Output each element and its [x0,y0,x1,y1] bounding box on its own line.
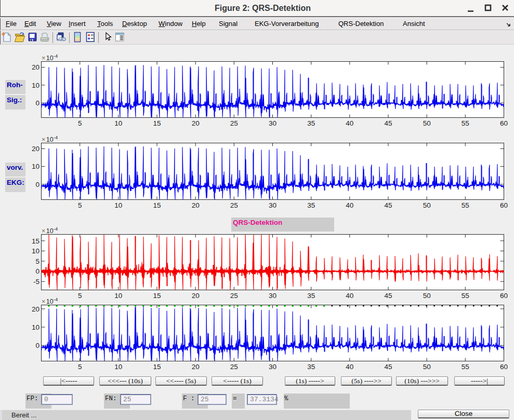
svg-text:25: 25 [230,201,238,209]
svg-text:×10-4: ×10-4 [42,296,58,306]
svg-text:40: 40 [346,119,353,127]
svg-text:-5: -5 [33,278,39,286]
svg-text:×10-4: ×10-4 [42,226,58,235]
svg-text:25: 25 [230,363,238,371]
svg-text:10: 10 [32,162,39,170]
svg-text:50: 50 [423,292,431,300]
svg-text:45: 45 [384,363,392,371]
svg-text:15: 15 [153,292,161,300]
svg-text:25: 25 [230,119,238,127]
svg-text:0: 0 [35,99,39,107]
svg-text:5: 5 [35,258,39,265]
svg-text:15: 15 [153,119,161,127]
svg-text:30: 30 [269,292,276,300]
svg-text:20: 20 [192,201,200,209]
svg-text:40: 40 [346,292,353,300]
svg-text:55: 55 [462,292,469,300]
svg-text:55: 55 [462,201,469,209]
svg-text:5: 5 [78,363,82,371]
svg-text:55: 55 [462,363,469,371]
svg-text:40: 40 [346,363,353,371]
svg-text:50: 50 [423,201,431,209]
svg-text:30: 30 [269,119,276,127]
svg-text:20: 20 [192,363,200,371]
svg-text:30: 30 [269,363,276,371]
svg-text:10: 10 [114,119,122,127]
svg-text:0: 0 [35,181,39,188]
svg-text:0: 0 [35,342,39,349]
svg-text:20: 20 [32,145,39,153]
svg-text:10: 10 [32,247,39,255]
svg-text:20: 20 [192,119,200,127]
svg-text:10: 10 [32,323,39,331]
svg-text:10: 10 [114,363,122,371]
svg-text:0: 0 [35,267,39,275]
svg-text:30: 30 [269,201,276,209]
svg-text:×10-4: ×10-4 [42,134,58,144]
svg-text:×10-4: ×10-4 [42,53,58,62]
svg-text:10: 10 [114,201,122,209]
svg-text:25: 25 [230,292,238,300]
svg-text:60: 60 [500,363,508,371]
svg-text:60: 60 [500,292,508,300]
svg-text:35: 35 [307,201,315,209]
svg-text:35: 35 [307,363,315,371]
svg-text:15: 15 [153,201,161,209]
svg-text:5: 5 [78,201,82,209]
svg-text:45: 45 [384,292,392,300]
svg-text:15: 15 [32,237,39,245]
svg-text:20: 20 [192,292,200,300]
svg-text:20: 20 [32,63,39,71]
svg-text:5: 5 [78,119,82,127]
svg-text:15: 15 [153,363,161,371]
svg-text:50: 50 [423,363,431,371]
svg-text:40: 40 [346,201,353,209]
svg-text:5: 5 [78,292,82,300]
svg-text:10: 10 [32,82,39,89]
svg-text:55: 55 [462,119,469,127]
svg-text:60: 60 [500,119,508,127]
svg-text:35: 35 [307,292,315,300]
svg-text:45: 45 [384,201,392,209]
svg-text:60: 60 [500,201,508,209]
svg-text:20: 20 [32,305,39,313]
svg-text:50: 50 [423,119,431,127]
svg-text:10: 10 [114,292,122,300]
svg-text:45: 45 [384,119,392,127]
svg-text:35: 35 [307,119,315,127]
